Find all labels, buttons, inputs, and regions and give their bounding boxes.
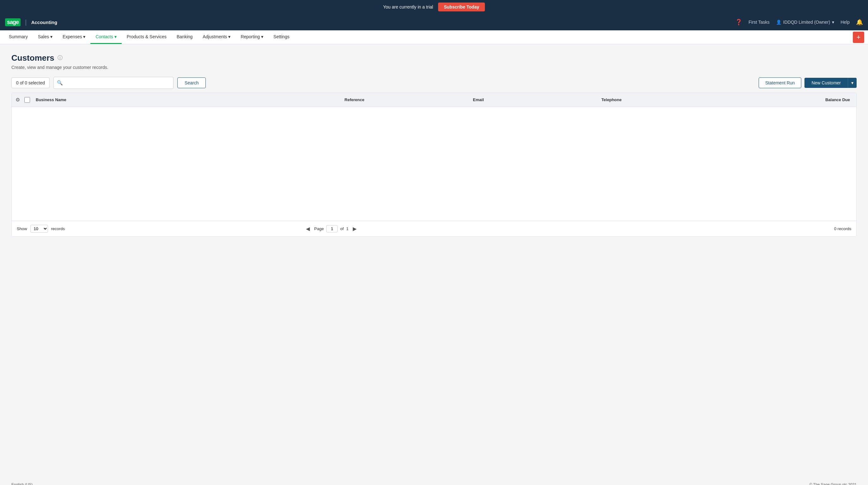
sage-logo-mark: sage [5,18,21,26]
selected-badge: 0 of 0 selected [11,78,50,88]
trial-banner: You are currently in a trial Subscribe T… [0,0,868,14]
nav-divider: | [25,19,27,26]
nav-label-reporting: Reporting [241,34,260,39]
copyright-label: © The Sage Group plc 2021 [809,482,857,485]
nav-label-products: Products & Services [127,34,166,39]
expenses-dropdown-icon: ▾ [83,34,85,39]
nav-label-contacts: Contacts [95,34,113,39]
user-icon: 👤 [776,20,781,25]
th-telephone: Telephone [599,97,724,102]
help-icon[interactable]: ❓ [735,19,742,26]
nav-label-summary: Summary [9,34,28,39]
new-customer-button[interactable]: New Customer [804,78,848,88]
reporting-dropdown-icon: ▾ [261,34,263,39]
total-pages: 1 [346,226,348,231]
trial-message: You are currently in a trial [383,4,433,9]
nav-label-expenses: Expenses [63,34,82,39]
sales-dropdown-icon: ▾ [50,34,53,39]
nav-label-sales: Sales [38,34,49,39]
main-nav: Summary Sales ▾ Expenses ▾ Contacts ▾ Pr… [0,30,868,44]
nav-label-banking: Banking [177,34,193,39]
new-customer-dropdown-button[interactable]: ▾ [848,78,857,88]
notification-icon[interactable]: 🔔 [856,19,863,26]
footer-bar: English (US) © The Sage Group plc 2021 [0,479,868,485]
page-title-row: Customers ⓘ [11,53,857,63]
pagination: ◀ Page of 1 ▶ [304,225,359,232]
page-label: Page [314,226,324,231]
nav-item-settings[interactable]: Settings [268,30,294,44]
nav-item-banking[interactable]: Banking [172,30,198,44]
records-label: records [51,226,65,231]
search-wrap: 🔍 [54,77,174,89]
help-link[interactable]: Help [840,20,850,25]
nav-item-expenses[interactable]: Expenses ▾ [58,30,90,44]
page-subtitle: Create, view and manage your customer re… [11,65,857,70]
toolbar: 0 of 0 selected 🔍 Search Statement Run N… [11,77,857,89]
nav-item-reporting[interactable]: Reporting ▾ [236,30,268,44]
adjustments-dropdown-icon: ▾ [228,34,230,39]
of-label: of [340,226,344,231]
nav-item-sales[interactable]: Sales ▾ [33,30,58,44]
language-label: English (US) [11,482,33,485]
nav-item-adjustments[interactable]: Adjustments ▾ [197,30,236,44]
th-email: Email [470,97,595,102]
statement-run-button[interactable]: Statement Run [758,78,801,88]
new-customer-wrap: New Customer ▾ [804,78,857,88]
main-nav-add: + [853,30,864,44]
search-input[interactable] [65,80,170,85]
sage-logo: sage | Accounting [5,18,57,26]
page-title: Customers [11,53,54,63]
prev-page-button[interactable]: ◀ [304,225,312,232]
search-button[interactable]: Search [177,78,206,88]
page-content: Customers ⓘ Create, view and manage your… [0,44,868,479]
nav-item-contacts[interactable]: Contacts ▾ [90,30,121,44]
records-per-page-select[interactable]: 10 25 50 100 [30,225,48,233]
th-balance-due: Balance Due [727,97,852,102]
nav-item-summary[interactable]: Summary [4,30,33,44]
th-reference: Reference [342,97,467,102]
add-button[interactable]: + [853,32,864,43]
nav-label-settings: Settings [273,34,289,39]
toolbar-right: Statement Run New Customer ▾ [758,78,857,88]
subscribe-button[interactable]: Subscribe Today [438,3,485,11]
top-nav-right: ❓ First Tasks 👤 IDDQD Limited (Owner) ▾ … [735,19,863,26]
app-name: Accounting [31,20,58,25]
table-footer: Show 10 25 50 100 records ◀ Page of 1 ▶ … [12,221,856,237]
total-records: 0 records [834,226,851,231]
contacts-dropdown-icon: ▾ [115,34,117,39]
th-business-name: Business Name [33,97,339,102]
table-body [12,107,856,221]
user-dropdown-icon: ▾ [832,20,834,25]
nav-label-adjustments: Adjustments [203,34,227,39]
page-help-icon[interactable]: ⓘ [58,55,63,61]
table-wrap: ⚙ Business Name Reference Email Telephon… [11,93,857,237]
select-all-checkbox[interactable] [24,97,30,103]
top-nav: sage | Accounting ❓ First Tasks 👤 IDDQD … [0,14,868,30]
nav-item-products[interactable]: Products & Services [122,30,172,44]
user-label: IDDQD Limited (Owner) [783,20,830,25]
search-icon: 🔍 [57,80,63,86]
page-number-input[interactable] [326,225,338,232]
first-tasks-label[interactable]: First Tasks [748,20,770,25]
show-label: Show [17,226,27,231]
user-menu[interactable]: 👤 IDDQD Limited (Owner) ▾ [776,20,835,25]
table-settings-icon[interactable]: ⚙ [16,97,20,103]
table-header: ⚙ Business Name Reference Email Telephon… [12,93,856,107]
next-page-button[interactable]: ▶ [351,225,359,232]
